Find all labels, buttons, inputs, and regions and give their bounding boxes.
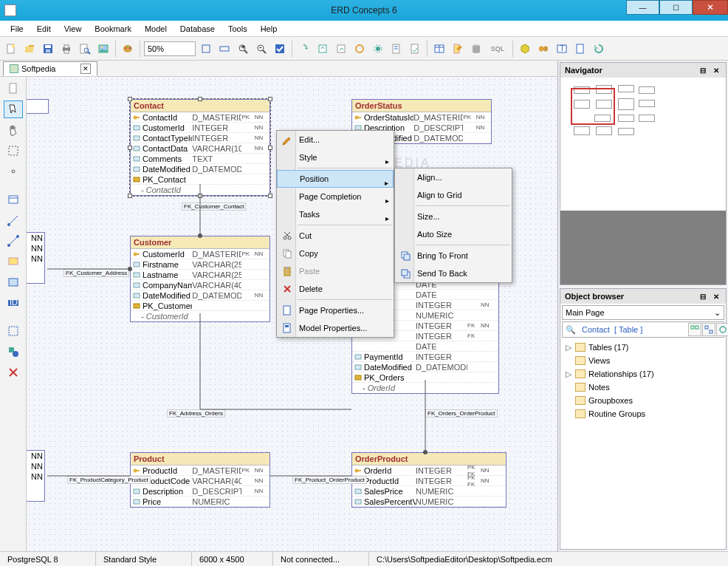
menu-item-cut[interactable]: Cut <box>277 227 394 245</box>
tree-node[interactable]: Routine Groups <box>565 407 721 420</box>
diagram-canvas[interactable]: NN NN NN NN NN NN Co <box>27 77 557 551</box>
object-tree[interactable]: ▷Tables (17)Views▷Relationships (17)Note… <box>562 338 724 423</box>
panel-pin-icon[interactable]: ⊟ <box>698 65 708 75</box>
tree-refresh-icon[interactable] <box>716 323 728 336</box>
script-icon[interactable] <box>388 41 405 57</box>
tree-node[interactable]: ▷Relationships (17) <box>565 367 721 381</box>
tree-collapse-icon[interactable] <box>702 323 715 336</box>
refresh-icon[interactable] <box>315 41 331 57</box>
navigator-canvas[interactable] <box>560 78 726 211</box>
menu-item-size-[interactable]: Size... <box>395 208 512 225</box>
panel-close-icon[interactable]: ✕ <box>711 291 721 301</box>
panel-close-icon[interactable]: ✕ <box>711 65 721 75</box>
doc-icon[interactable] <box>572 41 588 57</box>
menu-item-position[interactable]: Position <box>277 170 394 188</box>
maximize-button[interactable]: ☐ <box>659 0 693 15</box>
menu-database[interactable]: Database <box>174 23 221 35</box>
zoom-combo[interactable] <box>144 41 196 56</box>
save-icon[interactable] <box>40 41 56 57</box>
rel-label: FK_ProductCategory_Product <box>67 476 151 484</box>
tab-softpedia[interactable]: Softpedia ✕ <box>3 61 97 76</box>
tab-close-icon[interactable]: ✕ <box>80 64 91 74</box>
menu-item-delete[interactable]: Delete <box>277 280 394 298</box>
export-icon[interactable] <box>333 41 349 57</box>
entity-partial[interactable]: NN NN NN <box>27 450 45 502</box>
marquee-tool-icon[interactable] <box>4 142 23 160</box>
menu-edit[interactable]: Edit <box>31 23 57 35</box>
menu-item-page-completion[interactable]: Page Completion <box>277 188 394 205</box>
shapes-tool-icon[interactable] <box>4 343 23 361</box>
svg-rect-79 <box>134 293 140 298</box>
tree-node[interactable]: Views <box>565 354 721 367</box>
check-icon[interactable] <box>272 41 288 57</box>
menu-bookmark[interactable]: Bookmark <box>89 23 137 35</box>
menu-item-style[interactable]: Style <box>277 149 394 166</box>
database-icon[interactable] <box>468 41 484 57</box>
entity-orderproduct[interactable]: OrderProduct OrderIdINTEGERPK FKNNProduc… <box>351 452 506 508</box>
palette-icon[interactable] <box>120 41 136 57</box>
zoom-in-icon[interactable]: + <box>235 41 251 57</box>
menu-help[interactable]: Help <box>255 23 284 35</box>
blank-icon <box>281 208 293 220</box>
group-tool-icon[interactable] <box>4 322 23 340</box>
tree-expand-icon[interactable] <box>688 323 701 336</box>
new-icon[interactable] <box>3 41 19 57</box>
table-icon[interactable] <box>431 41 447 57</box>
point-tool-icon[interactable] <box>4 163 23 180</box>
sync-icon[interactable] <box>296 41 312 57</box>
entity-contact[interactable]: Contact ContactIdD_MASTERIDPKNNCustomerI… <box>130 99 270 196</box>
menu-tools[interactable]: Tools <box>222 23 253 35</box>
menu-model[interactable]: Model <box>139 23 173 35</box>
text-icon[interactable]: T <box>554 41 570 57</box>
relation-tool-icon[interactable] <box>4 232 23 250</box>
menu-item-page-properties-[interactable]: Page Properties... <box>277 301 394 319</box>
menu-item-tasks[interactable]: Tasks <box>277 205 394 223</box>
menu-file[interactable]: File <box>4 23 30 35</box>
hand-tool-icon[interactable] <box>4 121 23 139</box>
fit-width-icon[interactable] <box>216 41 233 57</box>
delete-tool-icon[interactable] <box>4 364 23 381</box>
menu-item-edit-[interactable]: Edit... <box>277 131 394 149</box>
entity-customer[interactable]: Customer CustomerIdD_MASTERIDPKNNFirstna… <box>130 236 270 322</box>
menu-item-align-[interactable]: Align... <box>395 168 512 186</box>
refresh3-icon[interactable] <box>591 41 607 57</box>
panel-pin-icon[interactable]: ⊟ <box>698 291 708 301</box>
entity-product[interactable]: Product ProductIdD_MASTERIDPKNNProductCo… <box>130 452 270 508</box>
tree-node[interactable]: ▷Tables (17) <box>565 341 721 354</box>
gear-icon[interactable] <box>370 41 386 57</box>
menu-item-bring-to-front[interactable]: Bring To Front <box>395 247 512 265</box>
zoom-out-icon[interactable]: - <box>253 41 269 57</box>
menu-item-auto-size[interactable]: Auto Size <box>395 225 512 243</box>
image-icon[interactable] <box>95 41 111 57</box>
page-selector[interactable]: Main Page ⌄ <box>562 305 724 320</box>
id-tool-icon[interactable]: ID <box>4 294 23 312</box>
pointer-tool-icon[interactable] <box>4 100 23 118</box>
minimize-button[interactable]: — <box>626 0 659 15</box>
menu-item-send-to-back[interactable]: Send To Back <box>395 265 512 282</box>
edit-icon[interactable] <box>450 41 466 57</box>
menu-item-align-to-grid[interactable]: Align to Grid <box>395 186 512 204</box>
tree-node[interactable]: Groupboxes <box>565 394 721 407</box>
entity-partial[interactable] <box>27 99 49 114</box>
fit-page-icon[interactable] <box>198 41 214 57</box>
sql-icon[interactable]: SQL <box>487 41 509 57</box>
view-tool-icon[interactable] <box>4 273 23 291</box>
menu-view[interactable]: View <box>58 23 88 35</box>
script2-icon[interactable] <box>407 41 423 57</box>
tree-node[interactable]: Notes <box>565 381 721 394</box>
menu-item-model-properties-[interactable]: Model Properties... <box>277 319 394 337</box>
open-icon[interactable] <box>21 41 38 57</box>
filter-input[interactable] <box>579 325 687 334</box>
refresh2-icon[interactable] <box>351 41 368 57</box>
menu-item-copy[interactable]: Copy <box>277 245 394 262</box>
entity-partial[interactable]: NN NN NN <box>27 232 45 284</box>
cube-icon[interactable] <box>517 41 533 57</box>
line-tool-icon[interactable] <box>4 211 23 229</box>
doc-tool-icon[interactable] <box>4 80 23 98</box>
close-button[interactable] <box>693 0 728 15</box>
entity-tool-icon[interactable] <box>4 191 23 208</box>
print-icon[interactable] <box>58 41 75 57</box>
note-tool-icon[interactable] <box>4 253 23 270</box>
cubes-icon[interactable] <box>535 41 552 57</box>
preview-icon[interactable] <box>77 41 93 57</box>
